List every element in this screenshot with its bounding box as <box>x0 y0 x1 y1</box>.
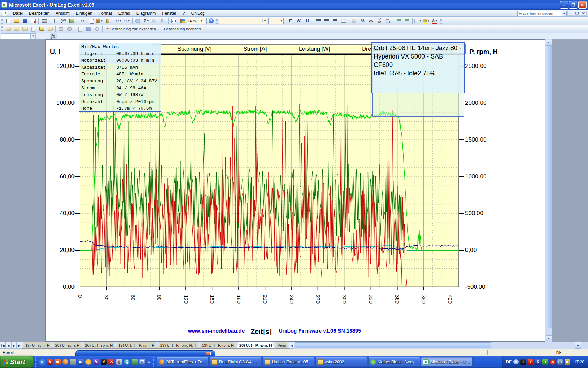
ie-icon[interactable]: e <box>39 359 45 365</box>
italic-button[interactable]: K <box>295 18 303 25</box>
menu-diagramm[interactable]: Diagramm <box>133 10 159 16</box>
save-button[interactable] <box>21 18 29 25</box>
background-window-titlebar[interactable] <box>75 350 215 356</box>
sheet-tab[interactable]: Versi <box>275 342 289 349</box>
align-center-button[interactable] <box>323 18 330 25</box>
ask-question-input[interactable] <box>517 11 562 16</box>
drawing-button[interactable] <box>178 18 186 25</box>
print-preview-button[interactable] <box>49 18 56 25</box>
autosum-button[interactable]: Σ▼ <box>142 18 150 25</box>
minimize-button[interactable]: – <box>560 1 568 9</box>
borders-button[interactable]: ▼ <box>414 18 422 25</box>
sheet-tab[interactable]: 19) U, I - P, rpm, H <box>199 342 237 349</box>
font-name-combo[interactable]: ▼ <box>219 18 267 24</box>
vertical-scrollbar[interactable]: ▲ ▼ <box>545 39 552 342</box>
reply-button[interactable] <box>4 26 12 33</box>
research-button[interactable] <box>68 18 76 25</box>
toolbar-handle[interactable] <box>1 26 3 32</box>
maxthon-icon[interactable]: m <box>55 359 61 365</box>
close-button[interactable]: ✕ <box>578 1 587 9</box>
next-sheet-button[interactable]: ▶ <box>11 342 17 349</box>
scroll-right-icon[interactable]: ▶ <box>575 342 581 349</box>
previous-comment-button[interactable] <box>13 26 20 33</box>
horizontal-scrollbar[interactable] <box>294 342 575 349</box>
open-button[interactable] <box>13 18 20 25</box>
chart-wizard-button[interactable] <box>170 18 178 25</box>
taskbar-button[interactable]: UniLog Excel v1.05 <box>262 357 314 367</box>
paste-button[interactable]: ▼ <box>96 18 103 25</box>
display-icon[interactable]: 🗔 <box>139 359 145 365</box>
scroll-down-icon[interactable]: ▼ <box>546 335 552 341</box>
quicktime-q-icon[interactable]: Q <box>124 359 130 365</box>
redo-button[interactable]: ↷▼ <box>123 18 131 25</box>
cut-button[interactable]: ✂ <box>79 18 86 25</box>
merge-center-button[interactable] <box>340 18 347 25</box>
winamp-icon[interactable]: ⚡ <box>101 359 107 365</box>
annotation-box[interactable]: Orbit 25-08 HE 14er - Jazz 80 - Hyperion… <box>371 42 465 93</box>
hide-icons-chevron-icon[interactable]: ◀ <box>513 359 519 364</box>
quicktime-icon[interactable] <box>70 359 76 365</box>
workbook-minimize-button[interactable]: – <box>567 11 573 16</box>
start-button[interactable]: Start <box>0 356 34 368</box>
sort-ascending-button[interactable]: A↓ <box>151 18 159 25</box>
maximize-button[interactable]: ❐ <box>569 1 578 9</box>
taskbar-button[interactable]: KleinesBiest - Away <box>368 357 420 367</box>
ask-dropdown-icon[interactable]: ▼ <box>562 11 567 16</box>
sheet-tab[interactable]: 20) U - rpm, H <box>52 342 83 349</box>
tray-icon[interactable]: ♦ <box>542 359 548 365</box>
decrease-decimal-button[interactable]: ,00→,0 <box>384 18 392 25</box>
scroll-up-icon[interactable]: ▲ <box>546 40 552 46</box>
volume-icon[interactable]: 🕪 <box>565 359 570 365</box>
quick-launch-more-icon[interactable]: » <box>148 360 150 364</box>
hyperlink-button[interactable] <box>134 18 142 25</box>
tray-icon[interactable]: K <box>535 359 541 365</box>
increase-indent-button[interactable] <box>403 18 411 25</box>
sheet-tab[interactable]: 19) U - rpm, H <box>22 342 52 349</box>
menu-bearbeiten[interactable]: Bearbeiten <box>26 10 52 16</box>
tool-icon[interactable] <box>132 359 138 365</box>
tray-icon[interactable]: ⚡ <box>528 359 533 365</box>
menu-extras[interactable]: Extras <box>115 10 133 16</box>
chart-sheet[interactable]: U, I P, rpm, H Spannung [V]Strom [A]Leis… <box>46 39 545 342</box>
undo-button[interactable]: ↶▼ <box>115 18 122 25</box>
align-right-button[interactable] <box>331 18 339 25</box>
sheet-tab[interactable]: 19) U, I, T - P, rpm, H <box>115 342 157 349</box>
attach-button[interactable] <box>93 26 101 33</box>
tab-scroll-left-icon[interactable]: ◀ <box>289 342 294 349</box>
send-review-button[interactable]: ⚑Bearbeitung zurücksenden... <box>104 26 162 32</box>
align-left-button[interactable] <box>314 18 322 25</box>
taskbar-button[interactable]: RealFlight G3.G4 Don... <box>210 357 261 367</box>
font-color-button[interactable]: A▼ <box>431 18 439 25</box>
horizontal-scroll-thumb[interactable] <box>295 342 491 348</box>
media-player-icon[interactable]: ▶ <box>78 359 84 365</box>
tray-icon[interactable]: ✕ <box>550 359 555 365</box>
percent-style-button[interactable]: % <box>359 18 366 25</box>
menu-datei[interactable]: Datei <box>10 10 26 16</box>
insert-function-button[interactable]: fx <box>50 33 57 39</box>
menu-einfuegen[interactable]: Einfügen <box>72 10 95 16</box>
workbook-close-button[interactable]: ✕ <box>581 11 587 16</box>
sheet-tab-active[interactable]: 20) U, I - P, rpm, H <box>237 342 275 349</box>
increase-decimal-button[interactable]: ⁺·⁰,00 <box>376 18 383 25</box>
firefox-icon[interactable] <box>62 359 68 365</box>
reject-change-button[interactable] <box>65 26 73 33</box>
taskbar-button[interactable]: BitTorrentFiles > Tor... <box>157 357 209 367</box>
zoom-combo[interactable]: 143%▼ <box>187 18 207 24</box>
menu-fenster[interactable]: Fenster <box>159 10 180 16</box>
media-classic-icon[interactable]: ✕ <box>108 359 114 365</box>
taskbar-button[interactable]: xshot2002 <box>315 357 367 367</box>
tray-icon[interactable]: ▮ <box>520 359 526 365</box>
bold-button[interactable]: F <box>287 18 294 25</box>
toolbar-handle[interactable] <box>216 18 218 24</box>
show-comments-button[interactable] <box>38 26 46 33</box>
legend-item[interactable]: Leistung [W] <box>285 46 330 52</box>
end-review-button[interactable]: Bearbeitung beenden... <box>162 26 206 32</box>
palm-icon[interactable]: ▯ <box>116 359 122 365</box>
font-size-combo[interactable]: ▼ <box>268 18 284 24</box>
name-box[interactable] <box>1 33 31 39</box>
name-box-dropdown-icon[interactable]: ▼ <box>31 33 36 39</box>
network-icon[interactable]: 🖵 <box>557 359 563 365</box>
legend-item[interactable]: Spannung [V] <box>164 46 211 52</box>
prev-sheet-button[interactable]: ◀ <box>6 342 11 349</box>
first-sheet-button[interactable]: |◀ <box>0 342 6 349</box>
